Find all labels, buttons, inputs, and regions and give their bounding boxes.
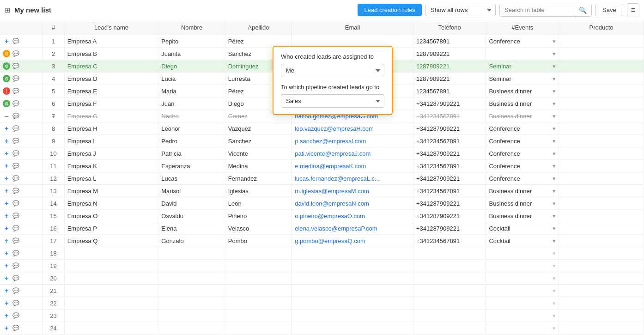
- chat-icon[interactable]: 💬: [12, 100, 19, 107]
- nombre-cell[interactable]: Juanita: [158, 48, 225, 60]
- email-cell[interactable]: m.iglesias@empresaM.com: [292, 185, 413, 197]
- email-link[interactable]: e.medina@empresaK.com: [295, 163, 366, 170]
- lead-name-cell[interactable]: Empresa M: [64, 185, 158, 197]
- show-all-rows-select[interactable]: Show all rows Show active rows Show inac…: [425, 4, 496, 16]
- email-cell[interactable]: [292, 310, 413, 322]
- gear-icon[interactable]: ⚙: [3, 100, 10, 107]
- add-icon[interactable]: +: [3, 250, 10, 257]
- add-icon[interactable]: +: [3, 274, 10, 282]
- search-button[interactable]: 🔍: [574, 4, 591, 16]
- apellido-cell[interactable]: Sanchez: [225, 135, 292, 147]
- chat-icon[interactable]: 💬: [12, 225, 19, 232]
- nombre-cell[interactable]: Patricia: [158, 147, 225, 160]
- nombre-cell[interactable]: Pedro: [158, 135, 225, 147]
- dropdown-arrow[interactable]: ▾: [553, 188, 556, 195]
- lead-name-cell[interactable]: [64, 285, 158, 297]
- apellido-cell[interactable]: Vicente: [225, 147, 292, 160]
- apellido-cell[interactable]: [225, 272, 292, 285]
- add-icon[interactable]: +: [3, 150, 10, 157]
- email-cell[interactable]: e.medina@empresaK.com: [292, 160, 413, 172]
- add-icon[interactable]: +: [3, 262, 10, 269]
- add-icon[interactable]: +: [3, 200, 10, 207]
- email-link[interactable]: m.iglesias@empresaM.com: [295, 188, 369, 195]
- dropdown-arrow[interactable]: ▾: [553, 163, 556, 170]
- lead-name-cell[interactable]: Empresa L: [64, 172, 158, 185]
- apellido-cell[interactable]: Medina: [225, 160, 292, 172]
- nombre-cell[interactable]: Nacho: [158, 110, 225, 122]
- nombre-cell[interactable]: [158, 260, 225, 272]
- chat-icon[interactable]: 💬: [12, 137, 19, 145]
- lead-name-cell[interactable]: Empresa I: [64, 135, 158, 147]
- chat-icon[interactable]: 💬: [12, 324, 19, 332]
- nombre-cell[interactable]: Pepito: [158, 35, 225, 48]
- gear-icon[interactable]: ⚙: [3, 75, 10, 82]
- nombre-cell[interactable]: Marisol: [158, 185, 225, 197]
- dropdown-arrow[interactable]: ▾: [553, 175, 556, 182]
- nombre-cell[interactable]: [158, 272, 225, 285]
- apellido-cell[interactable]: Piñeiro: [225, 210, 292, 222]
- lead-name-cell[interactable]: Empresa A: [64, 35, 158, 48]
- chat-icon[interactable]: 💬: [12, 299, 19, 307]
- email-cell[interactable]: [292, 272, 413, 285]
- dropdown-arrow[interactable]: ▾: [553, 275, 556, 282]
- nombre-cell[interactable]: Osvaldo: [158, 210, 225, 222]
- email-link[interactable]: leo.vazquez@empresaH.com: [295, 125, 374, 132]
- email-cell[interactable]: [292, 247, 413, 260]
- lead-name-cell[interactable]: [64, 322, 158, 335]
- add-icon[interactable]: +: [3, 162, 10, 170]
- add-icon[interactable]: +: [3, 37, 10, 45]
- chat-icon[interactable]: 💬: [12, 274, 19, 282]
- lead-name-cell[interactable]: Empresa F: [64, 97, 158, 110]
- nombre-cell[interactable]: Maria: [158, 85, 225, 97]
- apellido-cell[interactable]: Pombo: [225, 235, 292, 247]
- who-assigned-select[interactable]: Me Team member Round robin: [281, 64, 384, 77]
- chat-icon[interactable]: 💬: [12, 162, 19, 170]
- dropdown-arrow[interactable]: ▾: [553, 125, 556, 132]
- apellido-cell[interactable]: Iglesias: [225, 185, 292, 197]
- apellido-cell[interactable]: Vazquez: [225, 122, 292, 135]
- nombre-cell[interactable]: [158, 310, 225, 322]
- add-icon[interactable]: +: [3, 137, 10, 145]
- chat-icon[interactable]: 💬: [12, 287, 19, 294]
- apellido-cell[interactable]: [225, 247, 292, 260]
- dropdown-arrow[interactable]: ▾: [553, 150, 556, 157]
- email-cell[interactable]: [292, 260, 413, 272]
- lead-name-cell[interactable]: [64, 260, 158, 272]
- alert-icon[interactable]: !: [3, 87, 10, 95]
- lead-name-cell[interactable]: [64, 247, 158, 260]
- add-icon[interactable]: +: [3, 225, 10, 232]
- apellido-cell[interactable]: Velasco: [225, 222, 292, 235]
- nombre-cell[interactable]: Lucas: [158, 172, 225, 185]
- email-cell[interactable]: p.sanchez@empresal.com: [292, 135, 413, 147]
- save-button[interactable]: Save: [595, 4, 623, 16]
- email-link[interactable]: o.pineiro@empresaO.com: [295, 213, 365, 219]
- email-cell[interactable]: pati.vicente@empresaJ.com: [292, 147, 413, 160]
- lead-name-cell[interactable]: Empresa J: [64, 147, 158, 160]
- add-icon[interactable]: +: [3, 299, 10, 307]
- chat-icon[interactable]: 💬: [12, 175, 19, 182]
- email-cell[interactable]: [292, 322, 413, 335]
- email-cell[interactable]: david.leon@empresaN.com: [292, 197, 413, 210]
- dropdown-arrow[interactable]: ▾: [553, 312, 556, 319]
- apellido-cell[interactable]: [225, 260, 292, 272]
- dropdown-arrow[interactable]: ▾: [553, 113, 556, 120]
- nombre-cell[interactable]: [158, 322, 225, 335]
- nombre-cell[interactable]: Gonzalo: [158, 235, 225, 247]
- lead-name-cell[interactable]: Empresa E: [64, 85, 158, 97]
- dropdown-arrow[interactable]: ▾: [553, 38, 556, 45]
- chat-icon[interactable]: 💬: [12, 112, 19, 120]
- nombre-cell[interactable]: [158, 285, 225, 297]
- email-cell[interactable]: g.pombo@empresaQ.com: [292, 235, 413, 247]
- add-icon[interactable]: +: [3, 324, 10, 332]
- chat-icon[interactable]: 💬: [12, 62, 19, 70]
- add-icon[interactable]: +: [3, 212, 10, 219]
- pipeline-select[interactable]: Sales Marketing Support: [281, 94, 384, 108]
- apellido-cell[interactable]: Leon: [225, 197, 292, 210]
- add-icon[interactable]: +: [3, 287, 10, 294]
- dropdown-arrow[interactable]: ▾: [553, 63, 556, 70]
- email-link[interactable]: david.leon@empresaN.com: [295, 200, 369, 207]
- email-cell[interactable]: [292, 285, 413, 297]
- chat-icon[interactable]: 💬: [12, 212, 19, 219]
- more-options-button[interactable]: ≡: [627, 3, 639, 17]
- email-cell[interactable]: [292, 297, 413, 310]
